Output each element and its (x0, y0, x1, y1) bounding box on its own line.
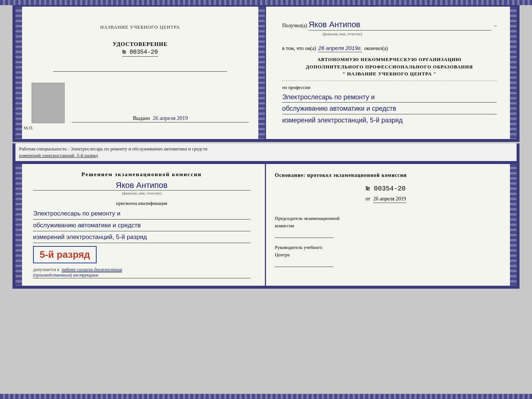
prof-line3: измерений электростанций, 5-й разряд (282, 117, 403, 124)
right-border-decor-inner (258, 7, 265, 139)
osnovanie-text: Основание: протокол экзаменационной коми… (275, 171, 497, 179)
bottom-doc-right: Основание: протокол экзаменационной коми… (266, 164, 517, 286)
separator-line1: Рабочая специальность - Электрослесарь п… (19, 146, 207, 152)
top-doc-right: Получил(а) Яков Антипов – (фамилия, имя,… (266, 7, 517, 139)
predsedatel-text: Председатель экзаменационной комиссии (275, 215, 497, 229)
right-content: Получил(а) Яков Антипов – (фамилия, имя,… (282, 20, 497, 126)
profession-text: Электрослесарь по ремонту и обслуживанию… (282, 92, 497, 126)
protocol-number: № 00354-20 (275, 185, 497, 192)
left-bottom-row: Выдано 26 апреля 2019 (32, 83, 249, 123)
vtom-date: 26 апреля 2019г. (318, 45, 362, 52)
dopuskaetsya-italic: (производственным) инструкциям (33, 272, 250, 278)
bottom-top-border (0, 0, 532, 5)
org-line1: АВТОНОМНУЮ НЕКОММЕРЧЕСКУЮ ОРГАНИЗАЦИЮ (282, 56, 497, 63)
separator-line2: измерений электростанций, 5-й разряд (19, 153, 98, 158)
rank-box: 5-й разряд (33, 246, 97, 263)
dash: – (494, 23, 497, 29)
org-line3: " НАЗВАНИЕ УЧЕБНОГО ЦЕНТРА " (282, 70, 497, 78)
vudano-section: Выдано 26 апреля 2019 (72, 115, 249, 123)
ot-prefix: от (366, 196, 370, 202)
prisvoena-text: присвоена квалификация (33, 200, 250, 206)
signature-line-1 (275, 231, 334, 238)
udostoverenie-label: УДОСТОВЕРЕНИЕ (113, 41, 168, 47)
br-right-border (510, 164, 517, 286)
dopuskaetsya-row: допускается к работе согласно должностны… (33, 267, 250, 272)
prof-line2: обслуживанию автоматики и средств (282, 103, 497, 114)
org-text: АВТОНОМНУЮ НЕКОММЕРЧЕСКУЮ ОРГАНИЗАЦИЮ ДО… (282, 56, 497, 78)
dopuskaetsya-underlined: работе согласно должностным (62, 267, 122, 272)
bottom-document-pair: Решением экзаменационной комиссии Яков А… (12, 161, 520, 289)
bl-prof-line3: измерений электростанций, 5-й разряд (33, 232, 250, 243)
bottom-doc-left: Решением экзаменационной комиссии Яков А… (15, 164, 266, 286)
poluchil-row: Получил(а) Яков Антипов – (282, 20, 497, 31)
dopuskaetsya-prefix: допускается к (33, 267, 59, 272)
recipient-name: Яков Антипов (309, 20, 491, 31)
separator: Рабочая специальность - Электрослесарь п… (12, 143, 520, 161)
po-professii: по профессии (282, 85, 497, 90)
bl-prof-line1: Электрослесарь по ремонту и (33, 209, 250, 220)
rank-text: 5-й разряд (40, 249, 90, 260)
resheniem-text: Решением экзаменационной комиссии (33, 171, 250, 178)
vtom-row: в том, что он(а) 26 апреля 2019г. окончи… (282, 45, 497, 52)
bottom-bottom-border (0, 394, 532, 399)
vtom-prefix: в том, что он(а) (282, 46, 316, 51)
bottom-profession: Электрослесарь по ремонту и обслуживанию… (33, 209, 250, 243)
bl-left-border (15, 164, 22, 286)
left-border-decor (15, 7, 22, 139)
mp-label: М.П. (24, 125, 33, 131)
top-document-pair: НАЗВАНИЕ УЧЕБНОГО ЦЕНТРА УДОСТОВЕРЕНИЕ №… (12, 4, 520, 142)
doc-number: № 00354-20 (122, 49, 158, 57)
photo-placeholder (32, 83, 65, 123)
top-doc-left: НАЗВАНИЕ УЧЕБНОГО ЦЕНТРА УДОСТОВЕРЕНИЕ №… (15, 7, 266, 139)
ot-date-row: от 26 апреля 2019 (275, 195, 497, 209)
prof-line1: Электрослесарь по ремонту и (282, 92, 497, 103)
fio-hint: (фамилия, имя, отчество) (323, 32, 497, 36)
rukovoditel-text: Руководитель учебного Центра (275, 244, 497, 258)
outer-right-border (510, 7, 517, 139)
center-title: НАЗВАНИЕ УЧЕБНОГО ЦЕНТРА (100, 24, 180, 30)
vudano-date: Выдано 26 апреля 2019 (72, 115, 249, 122)
bottom-recipient-name: Яков Антипов (33, 181, 250, 190)
ot-date: 26 апреля 2019 (373, 196, 406, 203)
poluchil-label: Получил(а) (282, 23, 307, 29)
signature-line-2 (275, 260, 334, 267)
org-line2: ДОПОЛНИТЕЛЬНОГО ПРОФЕССИОНАЛЬНОГО ОБРАЗО… (282, 63, 497, 71)
bl-prof-line2: обслуживанию автоматики и средств (33, 220, 250, 231)
left-content: НАЗВАНИЕ УЧЕБНОГО ЦЕНТРА УДОСТОВЕРЕНИЕ №… (32, 21, 249, 123)
bottom-fio-hint: (фамилия, имя, отчество) (33, 191, 250, 195)
okonchil-label: окончил(а) (364, 46, 388, 51)
